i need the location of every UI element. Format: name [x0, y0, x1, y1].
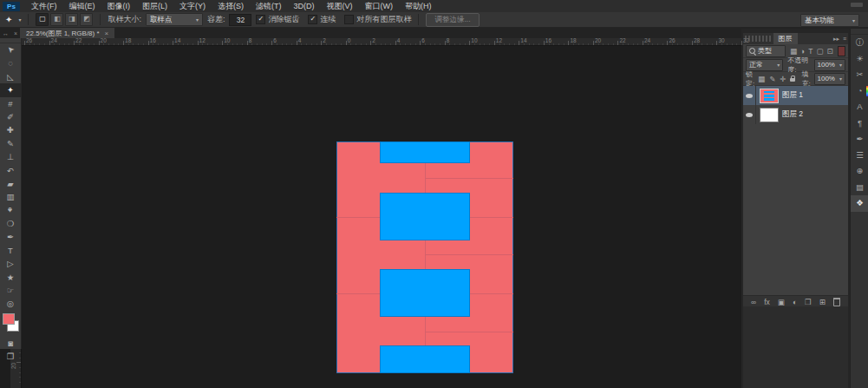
filter-smart-objects-icon[interactable]: ⊡	[826, 47, 832, 56]
opacity-dropdown[interactable]: 100% ▾	[814, 59, 845, 71]
menubar-item-threed[interactable]: 3D(D)	[288, 0, 321, 12]
elliptical-marquee-tool[interactable]: ◌	[0, 56, 21, 69]
sample-size-dropdown[interactable]: 取样点 ▾	[146, 13, 203, 26]
character-panel-icon[interactable]: A	[851, 99, 868, 115]
checkbox-group-contiguous: ✓连续	[308, 14, 336, 25]
path-selection-tool[interactable]: ▷	[0, 257, 21, 270]
tool-preset-arrow-icon[interactable]: ▾	[18, 16, 21, 23]
add-layer-mask-icon[interactable]: ▣	[778, 298, 785, 306]
panel-menu-icon[interactable]: ≡	[843, 36, 846, 42]
magic-wand-icon[interactable]: ✦	[5, 15, 12, 24]
window-control[interactable]	[851, 3, 863, 7]
lasso-tool[interactable]: ◺	[0, 70, 21, 83]
collapse-panels-icon[interactable]: ▸▸	[833, 36, 839, 43]
layer-thumbnail[interactable]	[760, 108, 779, 122]
new-selection-mode[interactable]: ▢	[36, 13, 49, 26]
layers-panel-tab[interactable]: 图层	[773, 33, 798, 44]
eyedropper-tool[interactable]: ✐	[0, 110, 21, 123]
pen-tool[interactable]: ✒	[0, 230, 21, 243]
menubar-item-view[interactable]: 视图(V)	[321, 0, 359, 12]
divider	[418, 14, 419, 25]
history-brush-tool[interactable]: ↶	[0, 164, 21, 177]
tab-bar-icon-1[interactable]: ×	[11, 30, 20, 36]
eye-icon[interactable]	[746, 94, 753, 98]
dock-grabber[interactable]	[851, 29, 868, 35]
layer-row-1[interactable]: 图层 1	[743, 86, 848, 106]
clone-stamp-tool[interactable]: ⊥	[0, 150, 21, 163]
new-adjustment-layer-icon[interactable]: ◐	[793, 298, 797, 306]
new-layer-icon[interactable]: ⊞	[819, 298, 826, 306]
tolerance-input[interactable]: 32	[229, 14, 251, 26]
refine-edge-button[interactable]: 调整边缘...	[426, 13, 479, 27]
foreground-color-swatch[interactable]	[3, 313, 15, 325]
document-canvas[interactable]	[336, 141, 513, 373]
lock-transparent-pixels-icon[interactable]: ▦	[758, 75, 765, 83]
crop-tool[interactable]: #	[0, 97, 21, 110]
layer-thumbnail[interactable]	[760, 89, 779, 103]
paragraph-panel-icon[interactable]: ¶	[851, 115, 868, 132]
clone-source-panel-icon[interactable]: ⊕	[851, 163, 868, 180]
checkbox-contiguous[interactable]: ✓	[308, 15, 317, 24]
color-panel-icon[interactable]: ◔	[851, 83, 868, 100]
blur-tool[interactable]: ♠	[0, 204, 21, 217]
clone-stamp-tool-glyph: ⊥	[7, 150, 14, 163]
hand-tool[interactable]: ☞	[0, 284, 21, 297]
menubar-item-file[interactable]: 文件(F)	[25, 0, 63, 12]
menubar-item-select[interactable]: 选择(S)	[212, 0, 250, 12]
layer-filter-toggle[interactable]	[838, 46, 845, 56]
filter-adjustment-layers-icon[interactable]: ◑	[800, 47, 805, 56]
add-selection-mode[interactable]: ◧	[50, 13, 63, 26]
intersect-selection-mode[interactable]: ◩	[80, 13, 93, 26]
filter-type-dropdown[interactable]: 类型	[746, 45, 786, 57]
tab-bar-icon-0[interactable]: ↔	[0, 30, 11, 36]
checkbox-anti-alias[interactable]: ✓	[256, 15, 265, 24]
magic-wand-tool[interactable]: ✦	[0, 83, 21, 96]
menubar-item-filter[interactable]: 滤镜(T)	[250, 0, 288, 12]
layer-style-icon[interactable]: fx	[764, 298, 770, 306]
gradient-tool[interactable]: ▥	[0, 190, 21, 203]
filter-type-layers-icon[interactable]: T	[808, 47, 813, 56]
menubar-item-layer[interactable]: 图层(L)	[136, 0, 173, 12]
menubar-item-edit[interactable]: 编辑(E)	[63, 0, 101, 12]
lock-all-icon[interactable]	[790, 78, 795, 82]
info-panel-icon[interactable]: ⓘ	[851, 35, 868, 51]
screen-mode-button[interactable]: ❐	[0, 350, 21, 363]
layer-visibility-cell[interactable]	[743, 105, 756, 124]
eraser-tool[interactable]: ▰	[0, 177, 21, 190]
subtract-selection-mode[interactable]: ◨	[65, 13, 78, 26]
brush-presets-panel-icon[interactable]: ▤	[851, 180, 868, 196]
menubar-item-type[interactable]: 文字(Y)	[173, 0, 212, 12]
filter-shape-layers-icon[interactable]: ▢	[816, 47, 823, 56]
menubar-item-help[interactable]: 帮助(H)	[399, 0, 438, 12]
zoom-tool[interactable]: ◎	[0, 297, 21, 310]
delete-layer-icon[interactable]	[833, 298, 840, 306]
dodge-tool[interactable]: ❍	[0, 217, 21, 230]
quick-mask-button[interactable]: ◙	[0, 337, 21, 350]
adjustments-panel-icon[interactable]: ☀	[851, 51, 868, 68]
type-tool-glyph: T	[8, 244, 13, 257]
spot-healing-brush-tool[interactable]: ✚	[0, 123, 21, 136]
lock-position-icon[interactable]: ✛	[780, 75, 786, 83]
checkbox-sample-all-layers[interactable]	[344, 15, 354, 24]
adjust-sliders-panel-icon[interactable]: ☰	[851, 148, 868, 164]
move-tool[interactable]: ➤	[0, 43, 21, 56]
brush-tool[interactable]: ✎	[0, 137, 21, 150]
layer-visibility-cell[interactable]	[743, 86, 756, 105]
filter-pixel-layers-icon[interactable]: ▦	[790, 47, 797, 56]
eye-icon[interactable]	[746, 113, 753, 117]
menubar-item-image[interactable]: 图像(I)	[101, 0, 137, 12]
menubar-item-window[interactable]: 窗口(W)	[359, 0, 400, 12]
lock-image-pixels-icon[interactable]: ✎	[769, 75, 775, 83]
type-tool[interactable]: T	[0, 244, 21, 257]
magic-wand-tool-glyph: ✦	[7, 83, 14, 96]
character-styles-panel-icon[interactable]: ✒	[851, 131, 868, 148]
link-layers-icon[interactable]: ∞	[751, 298, 756, 306]
fill-dropdown[interactable]: 100% ▾	[814, 73, 845, 85]
custom-shape-tool[interactable]: ★	[0, 271, 21, 284]
styles-panel-icon[interactable]: ✂	[851, 67, 868, 83]
layer-row-2[interactable]: 图层 2	[743, 105, 848, 125]
layers-panel-icon[interactable]: ❖	[851, 195, 868, 212]
workspace-switcher[interactable]: 基本功能 ▾	[800, 14, 859, 27]
new-group-icon[interactable]: ❒	[805, 298, 812, 306]
close-icon[interactable]: ×	[105, 30, 109, 37]
